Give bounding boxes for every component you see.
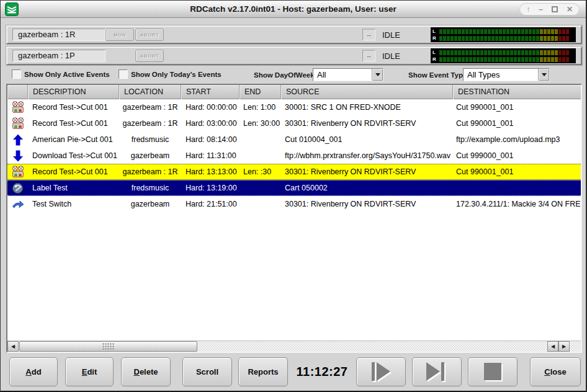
meter-segment <box>566 29 569 34</box>
monitor-button[interactable]: MON <box>105 29 134 41</box>
scroll-left-icon[interactable]: ◀ <box>547 341 558 352</box>
upload-icon <box>7 134 28 146</box>
meter-segment <box>443 50 446 55</box>
event-destination: ftp://example.com/upload.mp3 <box>453 135 581 144</box>
table-body: Record Test->Cut 001 gazerbeam : 1R Hard… <box>7 99 581 341</box>
event-location: fredsmusic <box>119 135 181 144</box>
header-source[interactable]: SOURCE <box>281 85 453 99</box>
meter-segment <box>454 36 457 41</box>
record-deck-name: gazerbeam : 1R <box>12 29 105 41</box>
meter-segment <box>462 36 465 41</box>
meter-segment <box>495 57 498 62</box>
eventtype-select[interactable]: All Types <box>463 68 550 81</box>
table-row[interactable]: Record Test->Cut 001 gazerbeam : 1R Hard… <box>7 99 581 115</box>
chevron-down-icon[interactable] <box>538 69 549 81</box>
scroll-button[interactable]: Scroll <box>182 357 232 386</box>
meter-segment <box>544 36 547 41</box>
event-description: Download Test->Cut 001 <box>28 151 119 160</box>
abort-button[interactable]: ABORT <box>135 29 164 41</box>
meter-segment <box>510 36 513 41</box>
meter-segment <box>562 57 565 62</box>
meter-segment <box>491 50 495 55</box>
meter-segment <box>480 50 483 55</box>
table-row[interactable]: Record Test->Cut 001 gazerbeam : 1R Hard… <box>7 164 581 180</box>
header-destination[interactable]: DESTINATION <box>453 85 581 99</box>
meter-segment <box>484 57 487 62</box>
meter-segment <box>447 57 450 62</box>
meter-segment <box>540 50 543 55</box>
table-row[interactable]: Label Test fredsmusic Hard: 13:19:00 Car… <box>7 180 581 196</box>
meter-segment <box>439 29 442 34</box>
close-icon[interactable]: ✕ <box>567 3 573 16</box>
meter-segment <box>566 36 569 41</box>
play-icon <box>367 360 395 384</box>
abort-button[interactable]: ABORT <box>135 50 164 62</box>
meter-segment <box>488 57 491 62</box>
play-button[interactable] <box>356 357 406 386</box>
meter-segment <box>536 57 539 62</box>
scroll-right-icon[interactable]: ▶ <box>558 341 570 352</box>
delete-button[interactable]: Delete <box>121 357 171 386</box>
header-description[interactable]: DESCRIPTION <box>28 85 119 99</box>
meter-segment <box>529 50 532 55</box>
meter-segment <box>532 50 535 55</box>
meter-segment <box>518 57 521 62</box>
header-icon-col[interactable] <box>7 85 28 99</box>
meter-segment <box>551 57 554 62</box>
meter-segment <box>525 57 528 62</box>
close-button[interactable]: Close <box>530 357 581 386</box>
show-active-checkbox[interactable] <box>12 69 21 79</box>
meter-segment <box>558 57 562 62</box>
table-row[interactable]: Record Test->Cut 001 gazerbeam : 1R Hard… <box>7 115 581 131</box>
table-row[interactable]: American Pie->Cut 001 fredsmusic Hard: 0… <box>7 131 581 148</box>
filter-bar: Show Only Active Events Show Only Today'… <box>1 68 587 84</box>
meter-segment <box>514 50 517 55</box>
meter-segment <box>547 29 550 34</box>
meter-segment <box>514 36 517 41</box>
deck-status: IDLE <box>382 30 400 40</box>
event-end: Len: 30:00 <box>240 119 281 128</box>
event-start: Hard: 21:51:00 <box>181 200 240 208</box>
shade-icon[interactable]: ↑ <box>526 3 530 16</box>
switch-icon <box>7 198 28 210</box>
header-start[interactable]: START <box>181 85 240 99</box>
event-location: gazerbeam <box>119 200 181 208</box>
table-row[interactable]: Test Switch gazerbeam Hard: 21:51:00 303… <box>7 196 581 212</box>
meter-segment <box>458 36 461 41</box>
deck-event-indicator: -- <box>362 29 375 41</box>
stop-button[interactable] <box>468 357 518 386</box>
edit-button[interactable]: Edit <box>65 357 114 386</box>
event-source: 30301: Rivenberry ON RDVIRT-SERV <box>281 200 453 208</box>
event-destination: 172.30.4.211/1: Mackie 3/4 ON FRE <box>453 200 581 208</box>
meter-segment <box>458 57 461 62</box>
meter-segment <box>465 57 468 62</box>
show-today-checkbox[interactable] <box>119 69 128 79</box>
header-end[interactable]: END <box>240 85 281 99</box>
event-start: Hard: 13:13:00 <box>181 167 240 176</box>
reports-button[interactable]: Reports <box>238 357 288 386</box>
meter-segment <box>544 50 547 55</box>
maximize-icon[interactable] <box>552 6 558 12</box>
meter-segment <box>447 36 450 41</box>
scroll-left-icon[interactable]: ◀ <box>7 341 19 352</box>
chevron-down-icon[interactable] <box>372 69 383 81</box>
meter-segment <box>454 57 457 62</box>
event-description: Record Test->Cut 001 <box>28 119 119 128</box>
meter-segment <box>439 57 442 62</box>
dayofweek-select[interactable]: All <box>313 68 383 81</box>
scrollbar-thumb[interactable] <box>19 341 197 352</box>
titlebar[interactable]: RDCatch v2.17.0int01 - Host: gazerbeam, … <box>1 1 586 18</box>
minimize-icon[interactable]: – <box>539 3 543 16</box>
meter-segment <box>555 29 558 34</box>
event-end: Len: 1:00 <box>240 103 281 112</box>
table-row[interactable]: Download Test->Cut 001 gazerbeam Hard: 1… <box>7 148 581 164</box>
meter-segment <box>469 36 472 41</box>
meter-segment <box>450 36 454 41</box>
meter-segment <box>555 57 558 62</box>
add-button[interactable]: Add <box>9 357 58 386</box>
horizontal-scrollbar[interactable]: ◀ ◀ ▶ <box>7 341 581 352</box>
meter-segment <box>488 50 491 55</box>
skip-to-end-button[interactable] <box>412 357 462 386</box>
meter-segment <box>544 29 547 34</box>
header-location[interactable]: LOCATION <box>119 85 181 99</box>
